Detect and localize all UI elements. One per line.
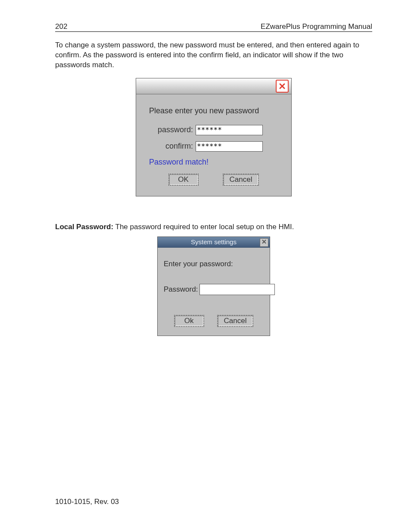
intro-paragraph: To change a system password, the new pas…: [55, 40, 372, 70]
confirm-label: confirm:: [145, 142, 196, 151]
close-icon[interactable]: [276, 80, 289, 93]
ok-button[interactable]: OK: [168, 174, 199, 186]
page-header: 202 EZwarePlus Programming Manual: [55, 22, 372, 32]
local-password-section: Local Password: The password required to…: [55, 222, 372, 232]
cancel-button[interactable]: Cancel: [217, 315, 254, 327]
change-password-dialog: Please enter you new password password: …: [136, 78, 292, 196]
password-input[interactable]: [196, 125, 263, 135]
password-label: password:: [145, 125, 196, 134]
dialog-titlebar: [136, 78, 291, 94]
local-password-heading: Local Password:: [55, 223, 113, 231]
dialog-title: System settings: [191, 238, 237, 246]
doc-title: EZwarePlus Programming Manual: [261, 22, 372, 31]
local-password-text: The password required to enter local set…: [113, 223, 294, 231]
password-label: Password:: [164, 285, 199, 294]
password-input[interactable]: [199, 284, 275, 295]
footer-rev: 1010-1015, Rev. 03: [55, 498, 119, 506]
dialog-titlebar: System settings: [158, 237, 270, 248]
intro-text: To change a system password, the new pas…: [55, 40, 372, 70]
confirm-input[interactable]: [196, 141, 263, 152]
dialog-prompt: Please enter you new password: [145, 106, 283, 115]
dialog-prompt: Enter your password:: [164, 260, 264, 268]
cancel-button[interactable]: Cancel: [223, 174, 259, 186]
ok-button[interactable]: Ok: [174, 315, 204, 327]
system-settings-dialog: System settings Enter your password: Pas…: [157, 236, 270, 336]
page-number: 202: [55, 22, 67, 31]
close-icon[interactable]: [260, 238, 268, 247]
password-match-status: Password match!: [145, 158, 283, 167]
